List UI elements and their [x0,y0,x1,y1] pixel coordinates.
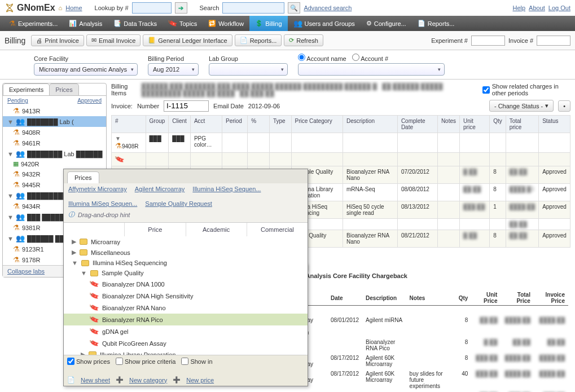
experiment-num-input[interactable] [471,36,505,46]
print-invoice-button[interactable]: 🖨Print Invoice [31,35,84,46]
flask-icon: ⚗ [13,256,20,264]
billing-icon: 💲 [255,20,263,27]
app-name: GNomEx [17,3,55,13]
node-label: 9434R [22,203,40,210]
about-link[interactable]: About [529,5,545,11]
price-sheet-link[interactable]: Illumina MiSeq Sequen... [68,200,137,207]
price-category[interactable]: ▶Miscellaneous [64,247,308,258]
account-name-radio[interactable]: Account name [298,54,346,62]
tag-icon: 🔖 [114,154,125,165]
price-sheet-link[interactable]: Agilent Microarray [135,186,185,192]
mail-icon: ✉ [91,37,96,44]
request-node[interactable]: ⚗9413R [3,105,106,116]
people-icon: 👥 [16,213,25,221]
nav-workflow[interactable]: 🔁Workflow [203,16,249,31]
price-tree[interactable]: ▶Microarray▶Miscellaneous▼Illumina HiSeq… [64,236,308,281]
nav-configure[interactable]: ⚙Configure... [361,16,412,31]
table-row[interactable]: ▼ ⚗9408R██████PPG color… [112,133,570,153]
col-commercial: Commercial [247,223,308,236]
email-date-label: Email Date [213,103,244,109]
flask-icon: ⚗ [13,245,20,253]
folder-icon [90,270,98,276]
search-input[interactable] [222,2,284,14]
lab-group-label: Lab Group [209,55,288,62]
related-charges-checkbox[interactable] [482,86,490,94]
change-status-apply[interactable]: • [558,100,570,112]
report-icon: 📄 [418,20,425,27]
nav-reports[interactable]: 📄Reports... [412,16,460,31]
collapse-labs-link[interactable]: Collapse labs [7,268,45,275]
node-label: Miscellaneous [91,249,130,256]
price-sheet-link[interactable]: Sample Quality Request [145,200,212,207]
chevron-down-icon: ▼ [7,151,14,157]
node-label: 9408R [22,129,40,136]
main-nav: ⚗Experiments... 📊Analysis 📑Data Tracks 🔖… [0,16,575,31]
experiment-num-label: Experiment # [431,37,468,44]
tab-prices[interactable]: Prices [49,83,79,95]
help-link[interactable]: Help [512,5,525,11]
price-sheet-link[interactable]: Affymetrix Microarray [68,186,127,192]
refresh-button[interactable]: ⟳Refresh [284,34,323,46]
search-button[interactable]: 🔍 [288,2,300,14]
chevron-down-icon: ▼ [7,118,14,125]
price-item[interactable]: 🔖Bioanalyzer DNA 1000 [64,278,308,281]
invoice-num-input[interactable] [537,36,570,46]
flask-icon: ⚗ [13,180,20,189]
price-category[interactable]: ▼Illumina HiSeq Sequencing [64,258,308,268]
billing-period-label: Billing Period [148,55,199,62]
account-select[interactable] [298,63,445,76]
table-row[interactable]: 🔖 [112,153,570,166]
lab-node[interactable]: ▼👥████████ Lab ██████ [3,148,106,159]
tag-icon: 🔖 [89,279,100,281]
prices-tab[interactable]: Prices [67,171,99,183]
lab-group-select[interactable] [209,63,288,76]
request-node[interactable]: ⚗9408R [3,127,106,138]
node-label: ██████ ███ [27,235,68,242]
account-num-radio[interactable]: Account # [352,54,388,62]
node-label: ████████ Lab ██████ [27,151,103,157]
flask-icon: ⚗ [13,107,20,115]
invoice-number-input[interactable] [164,100,209,112]
nav-topics[interactable]: 🔖Topics [163,16,203,31]
change-status-select[interactable]: - Change Status - ▾ [489,100,554,112]
general-ledger-button[interactable]: 📒General Ledger Interface [143,34,232,46]
flask-icon: ⚗ [9,19,16,28]
node-label: 9381R [22,224,40,231]
lookup-go-button[interactable]: ➔ [175,2,187,14]
tag-icon: 🔖 [167,18,178,29]
request-node[interactable]: ▦9420R [3,159,106,169]
nav-billing[interactable]: 💲Billing [249,16,287,31]
flask-icon: ⚗ [13,128,20,136]
people-icon: 👥 [16,234,25,243]
chevron-down-icon: ▼ [7,192,14,199]
advanced-search-link[interactable]: Advanced search [304,5,352,11]
core-facility-select[interactable]: Microarray and Genomic Analys [34,63,138,76]
reports-button[interactable]: 📄Reports... [235,34,282,46]
lab-node[interactable]: ▼👥███████ Lab ( [3,116,106,127]
home-icon[interactable]: ⌂ [59,5,63,11]
col-price: Price [124,223,185,236]
nav-analysis[interactable]: 📊Analysis [63,16,108,31]
tracks-icon: 📑 [113,20,121,27]
node-label: ███████ Lab ( [27,118,74,125]
price-category[interactable]: ▼Sample Quality [64,268,308,278]
price-category[interactable]: ▶Microarray [64,236,308,247]
node-label: Sample Quality [102,270,144,276]
magnifier-icon: 🔍 [290,5,298,12]
tab-experiments[interactable]: Experiments [3,83,50,95]
email-invoice-button[interactable]: ✉Email Invoice [86,34,141,46]
nav-users-groups[interactable]: 👥Users and Groups [288,16,361,31]
request-node[interactable]: ⚗9461R [3,138,106,148]
logout-link[interactable]: Log Out [548,5,570,11]
nav-datatracks[interactable]: 📑Data Tracks [108,16,163,31]
nav-experiments[interactable]: ⚗Experiments... [3,16,63,31]
node-label: 9420R [21,161,39,168]
home-link[interactable]: Home [65,5,82,11]
billing-period-select[interactable]: Aug 2012 [148,63,199,76]
folder-icon [80,249,87,256]
pending-link[interactable]: Pending [7,98,28,104]
approved-link[interactable]: Approved [77,98,102,104]
lookup-input[interactable] [132,2,172,14]
price-sheet-link[interactable]: Illumina HiSeq Sequen... [192,186,261,192]
lookup-label: Lookup by # [95,5,129,11]
